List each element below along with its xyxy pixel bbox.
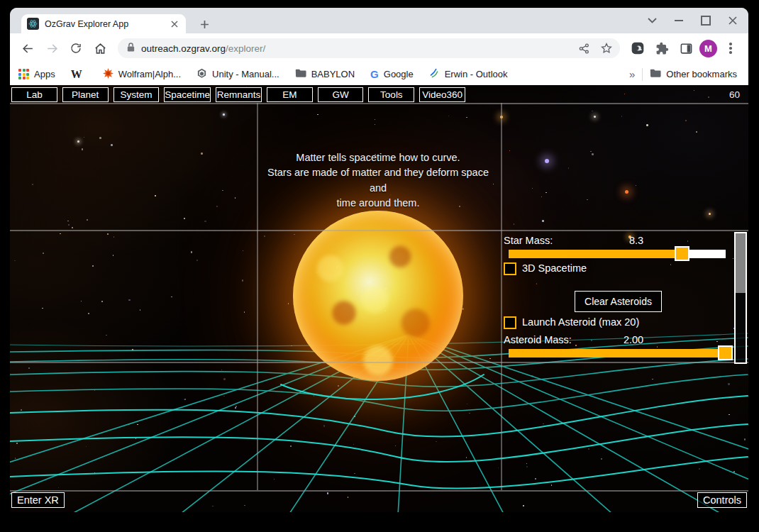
fps-counter: 60 bbox=[729, 89, 740, 100]
lock-icon[interactable] bbox=[126, 42, 135, 55]
launch-asteroid-label: Launch Asteroid (max 20) bbox=[522, 316, 639, 328]
bright-star bbox=[625, 190, 628, 194]
apps-grid-icon bbox=[18, 69, 29, 79]
url-host: outreach.ozgrav.org bbox=[141, 43, 226, 54]
star bbox=[588, 448, 589, 450]
panel-scrollbar-thumb[interactable] bbox=[736, 233, 746, 293]
side-panel-icon[interactable] bbox=[675, 38, 697, 59]
spacetime-3d-label: 3D Spacetime bbox=[522, 262, 587, 274]
browser-titlebar: OzGrav Explorer App bbox=[10, 8, 748, 33]
bookmark-star-icon[interactable] bbox=[596, 38, 617, 59]
folder-icon bbox=[650, 68, 661, 80]
bookmark-wikipedia[interactable]: W bbox=[71, 68, 87, 81]
outlook-swoosh-icon bbox=[429, 68, 440, 81]
star bbox=[466, 117, 467, 118]
nav-em-button[interactable]: EM bbox=[267, 87, 313, 102]
star bbox=[201, 153, 203, 155]
profile-avatar[interactable]: M bbox=[699, 40, 717, 57]
other-bookmarks[interactable]: Other bookmarks bbox=[650, 68, 737, 80]
star bbox=[685, 120, 687, 121]
nav-lab-button[interactable]: Lab bbox=[11, 87, 57, 102]
bookmark-wolfram[interactable]: Wolfram|Alph... bbox=[103, 68, 181, 81]
star bbox=[132, 349, 133, 350]
star-mass-handle[interactable] bbox=[675, 246, 689, 261]
bookmark-unity[interactable]: Unity - Manual... bbox=[196, 68, 279, 81]
nav-video360-button[interactable]: Video360 bbox=[419, 87, 465, 102]
bright-star bbox=[709, 213, 711, 215]
star bbox=[526, 466, 528, 467]
sun bbox=[293, 211, 463, 381]
bookmarks-bar: Apps W Wolfram|Alph... Unity - Manual...… bbox=[10, 63, 748, 85]
asteroid-mass-slider[interactable] bbox=[509, 349, 733, 358]
star bbox=[587, 199, 588, 201]
home-button[interactable] bbox=[89, 38, 111, 59]
bright-star bbox=[545, 159, 549, 163]
browser-toolbar: outreach.ozgrav.org/explorer/ bbox=[10, 33, 748, 63]
guide-line-horizontal bbox=[10, 362, 748, 363]
menu-kebab-icon[interactable] bbox=[720, 38, 741, 59]
star bbox=[99, 137, 101, 139]
spacetime-caption: Matter tells spacetime how to curve. Sta… bbox=[257, 150, 499, 211]
google-g-icon: G bbox=[370, 68, 379, 80]
enter-xr-button[interactable]: Enter XR bbox=[11, 492, 65, 508]
panel-scrollbar[interactable] bbox=[734, 232, 747, 364]
star bbox=[531, 375, 533, 377]
star-mass-value: 8.3 bbox=[611, 235, 661, 246]
star bbox=[436, 441, 437, 443]
tab-close-icon[interactable] bbox=[168, 18, 180, 30]
launch-asteroid-checkbox[interactable] bbox=[504, 316, 516, 329]
webgl-canvas[interactable]: Lab Planet System Spacetime Remnants EM … bbox=[10, 85, 748, 512]
clear-asteroids-button[interactable]: Clear Asteroids bbox=[575, 291, 662, 312]
bookmark-google[interactable]: G Google bbox=[370, 68, 414, 80]
star bbox=[543, 423, 544, 425]
star bbox=[155, 195, 156, 196]
nav-gw-button[interactable]: GW bbox=[318, 87, 364, 102]
nav-system-button[interactable]: System bbox=[113, 87, 160, 102]
nav-remnants-button[interactable]: Remnants bbox=[216, 87, 262, 102]
nav-planet-button[interactable]: Planet bbox=[62, 87, 109, 102]
star bbox=[542, 220, 544, 222]
asteroid-mass-handle[interactable] bbox=[718, 345, 733, 360]
window-maximize-button[interactable] bbox=[700, 15, 711, 26]
browser-tab[interactable]: OzGrav Explorer App bbox=[21, 14, 186, 33]
asteroid-mass-fill bbox=[509, 349, 733, 358]
window-minimize-button[interactable] bbox=[673, 15, 685, 26]
window-chevron-icon[interactable] bbox=[646, 15, 658, 26]
star bbox=[16, 443, 18, 444]
star bbox=[111, 144, 113, 146]
star bbox=[236, 406, 237, 407]
bookmark-apps[interactable]: Apps bbox=[18, 69, 55, 79]
star bbox=[67, 221, 69, 222]
star bbox=[101, 301, 103, 302]
bright-star bbox=[77, 140, 79, 143]
share-icon[interactable] bbox=[573, 38, 594, 59]
reload-button[interactable] bbox=[65, 38, 87, 59]
star bbox=[699, 468, 700, 470]
star bbox=[244, 505, 245, 506]
spacetime-3d-checkbox[interactable] bbox=[504, 262, 516, 275]
extensions-puzzle-icon[interactable] bbox=[651, 38, 672, 59]
address-bar[interactable]: outreach.ozgrav.org/explorer/ bbox=[118, 38, 620, 58]
star bbox=[60, 233, 61, 235]
star bbox=[535, 478, 536, 480]
window-close-button[interactable] bbox=[727, 15, 738, 26]
nav-spacetime-button[interactable]: Spacetime bbox=[164, 87, 211, 102]
star bbox=[191, 251, 193, 253]
star bbox=[523, 505, 524, 506]
bookmark-outlook[interactable]: Erwin - Outlook bbox=[429, 68, 508, 81]
star bbox=[536, 283, 538, 284]
star-mass-slider[interactable] bbox=[509, 250, 726, 258]
new-tab-button[interactable] bbox=[196, 16, 213, 33]
window-controls bbox=[646, 8, 738, 33]
back-button[interactable] bbox=[17, 38, 38, 59]
star bbox=[140, 309, 141, 311]
url-path: /explorer/ bbox=[226, 43, 265, 54]
wikipedia-w-icon: W bbox=[71, 68, 82, 81]
nav-tools-button[interactable]: Tools bbox=[368, 87, 414, 102]
bookmark-babylon-folder[interactable]: BABYLON bbox=[295, 68, 355, 80]
controls-button[interactable]: Controls bbox=[697, 492, 747, 508]
extension-badge-icon[interactable] bbox=[627, 38, 648, 59]
bookmarks-overflow-chevron[interactable]: » bbox=[629, 68, 635, 80]
star bbox=[184, 218, 185, 219]
forward-button[interactable] bbox=[41, 38, 62, 59]
